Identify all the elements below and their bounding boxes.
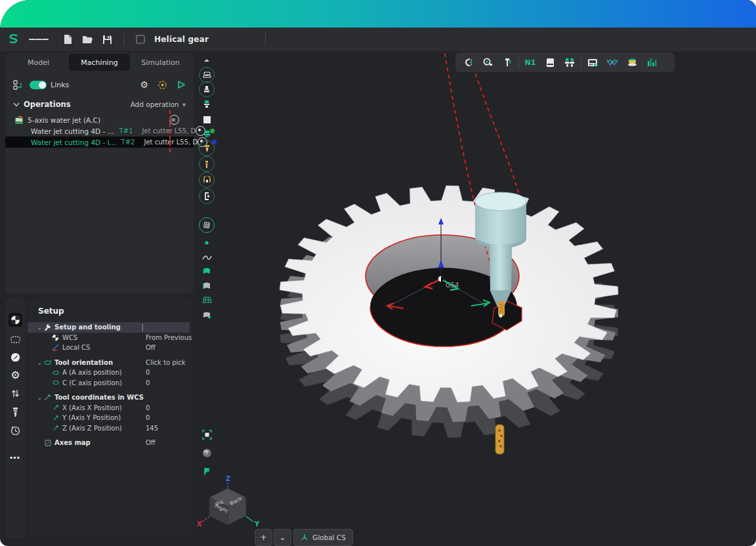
clamp-bracket-icon[interactable] bbox=[198, 188, 215, 204]
cs-triad-icon bbox=[301, 534, 308, 541]
tab-machining[interactable]: Machining bbox=[69, 54, 130, 71]
setup-row-c-axis[interactable]: C (C axis position) 0 bbox=[28, 378, 194, 388]
new-file-icon[interactable] bbox=[58, 31, 77, 48]
cs-label: G54 bbox=[446, 282, 459, 289]
menu-icon[interactable] bbox=[29, 31, 49, 48]
links-toggle[interactable] bbox=[30, 81, 47, 89]
wcs-icon[interactable] bbox=[9, 313, 22, 327]
chevron-down-icon[interactable] bbox=[13, 102, 20, 107]
tool-library-icon[interactable] bbox=[560, 54, 579, 70]
nc-program-icon[interactable]: N1 bbox=[520, 54, 540, 70]
tree-row-group[interactable]: 5-axis water jet (A,C) bbox=[5, 114, 194, 125]
z-axis-arrow-icon bbox=[51, 425, 60, 431]
toolholder-icon[interactable] bbox=[198, 81, 215, 97]
left-panel: Model Machining Simulation Links ⚙ Opera… bbox=[5, 52, 194, 294]
axes-map-icon bbox=[43, 440, 52, 446]
setup-row-wcs[interactable]: WCS From Previous bbox=[28, 333, 194, 343]
grid-surface-icon[interactable] bbox=[198, 292, 215, 308]
chevron-down-icon[interactable]: ⌄ bbox=[37, 359, 43, 366]
sheet-body-icon[interactable] bbox=[198, 278, 215, 293]
toolbar-separator bbox=[518, 57, 519, 68]
a-axis-icon bbox=[51, 370, 60, 375]
measure-tape-icon[interactable] bbox=[478, 54, 497, 70]
point-icon[interactable] bbox=[198, 235, 215, 251]
save-file-icon[interactable] bbox=[97, 31, 117, 48]
cutter-tip-icon[interactable] bbox=[198, 140, 215, 156]
patch-icon[interactable] bbox=[198, 307, 215, 323]
y-axis-arrow-icon bbox=[51, 415, 60, 421]
setup-row-y-pos[interactable]: Y (Axis Y Position) 0 bbox=[28, 413, 194, 423]
mode-tabs: Model Machining Simulation bbox=[8, 54, 191, 71]
setup-row-local-cs[interactable]: Local CS Off bbox=[28, 343, 194, 353]
spindle-head-icon[interactable] bbox=[198, 172, 215, 188]
mesh-icon[interactable] bbox=[198, 217, 215, 233]
wcs-pie-icon bbox=[51, 334, 60, 341]
statistics-icon[interactable] bbox=[642, 54, 662, 70]
setup-panel: Setup ⌄ Setup and tooling WCS From Previ… bbox=[28, 299, 194, 538]
project-icon bbox=[131, 31, 150, 48]
surface-icon[interactable] bbox=[198, 263, 215, 279]
open-file-icon[interactable] bbox=[77, 31, 97, 48]
tab-model[interactable]: Model bbox=[8, 54, 69, 71]
more-ellipsis-icon[interactable]: … bbox=[9, 448, 22, 462]
drill-icon[interactable] bbox=[198, 156, 215, 172]
settings-gear-icon[interactable]: ⚙ bbox=[140, 79, 148, 90]
setup-row-tool-coordinates[interactable]: ⌄ Tool coordinates in WCS bbox=[28, 392, 194, 403]
titlebar: Helical gear bbox=[0, 28, 756, 51]
tree-row-op2[interactable]: Water jet cutting 4D - i... T#2 Jet cutt… bbox=[5, 136, 194, 148]
collapse-arrow-icon[interactable] bbox=[198, 52, 215, 68]
tree-row-op1[interactable]: Water jet cutting 4D - ... T#1 Jet cutte… bbox=[5, 125, 194, 136]
machine-panel-icon[interactable] bbox=[583, 54, 602, 70]
tool-icon[interactable] bbox=[9, 405, 22, 419]
app-logo bbox=[4, 31, 24, 48]
add-cs-button[interactable]: + bbox=[255, 529, 272, 546]
stock-layers-icon[interactable] bbox=[622, 54, 642, 70]
setup-row-x-pos[interactable]: X (Axis X Position) 0 bbox=[28, 403, 194, 413]
shaded-view-icon[interactable] bbox=[198, 445, 215, 461]
workpiece-select-icon[interactable] bbox=[9, 332, 22, 346]
coords-arrow-icon bbox=[43, 394, 52, 401]
viewport-3d[interactable]: G54 bbox=[217, 51, 756, 546]
fixture-icon[interactable] bbox=[9, 350, 22, 364]
trace-target-icon[interactable] bbox=[158, 80, 167, 90]
toolpath-waves-icon[interactable] bbox=[602, 54, 622, 70]
setup-row-axes-map[interactable]: Axes map Off bbox=[28, 438, 194, 448]
setup-panel-title: Setup bbox=[38, 306, 194, 316]
view-cube[interactable]: Top Right Back Z X Y bbox=[194, 474, 266, 536]
rotary-axes-icon[interactable] bbox=[458, 54, 478, 70]
setup-icon-strip: ⚙ … bbox=[5, 299, 26, 538]
setup-row-z-pos[interactable]: Z (Axis Z Position) 145 bbox=[28, 423, 194, 434]
chevron-down-icon[interactable]: ⌄ bbox=[37, 324, 43, 331]
setup-row-setup-and-tooling[interactable]: ⌄ Setup and tooling bbox=[28, 322, 190, 333]
links-graph-icon bbox=[13, 80, 24, 90]
setup-row-tool-orientation[interactable]: ⌄ Tool orientation Click to pick bbox=[28, 358, 194, 368]
fixture-tool-icon[interactable] bbox=[198, 126, 215, 142]
fit-view-icon[interactable] bbox=[198, 427, 215, 442]
axes-arrows-icon[interactable] bbox=[9, 387, 22, 400]
viewport-toolbar: N1 bbox=[455, 52, 675, 72]
caliper-icon[interactable] bbox=[497, 54, 517, 70]
tool-head-icon[interactable] bbox=[198, 96, 215, 112]
operations-header: Operations Add operation▾ bbox=[13, 100, 186, 109]
titlebar-separator-2 bbox=[265, 33, 266, 46]
group-menu-button[interactable] bbox=[169, 115, 179, 125]
app-window: Helical gear Model Machining Simulation … bbox=[0, 0, 756, 546]
workpiece-panel-icon[interactable] bbox=[540, 54, 560, 70]
operations-tree: 5-axis water jet (A,C) Water jet cutting… bbox=[5, 114, 194, 148]
parameters-gear-icon[interactable]: ⚙ bbox=[9, 368, 22, 382]
history-clock-icon[interactable] bbox=[9, 424, 22, 438]
x-axis-arrow-icon bbox=[51, 404, 60, 411]
workpiece-square-icon[interactable] bbox=[198, 112, 215, 127]
run-play-icon[interactable] bbox=[177, 80, 186, 89]
add-operation-button[interactable]: Add operation▾ bbox=[131, 100, 186, 108]
machine-icon[interactable] bbox=[198, 67, 215, 83]
expand-cs-button[interactable]: ⌄ bbox=[274, 529, 291, 546]
tab-simulation[interactable]: Simulation bbox=[130, 54, 191, 71]
chevron-down-icon[interactable]: ⌄ bbox=[37, 394, 43, 401]
machine-5axis-icon bbox=[14, 116, 24, 125]
window-gradient-band bbox=[0, 0, 756, 28]
links-row: Links ⚙ bbox=[13, 76, 187, 93]
global-cs-button[interactable]: Global CS bbox=[293, 529, 353, 546]
c-axis-icon bbox=[51, 380, 60, 385]
setup-row-a-axis[interactable]: A (A axis position) 0 bbox=[28, 368, 194, 378]
